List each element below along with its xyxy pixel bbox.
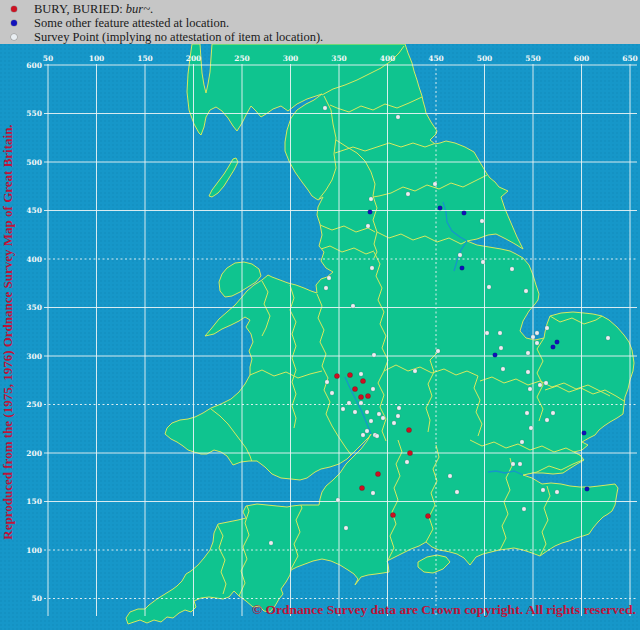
survey-map-figure: 5010015020025030035040045050055060065060…: [0, 0, 640, 630]
map-point-survey: [501, 367, 505, 371]
northing-label: 350: [26, 303, 42, 312]
map-point-other-feature: [368, 210, 373, 215]
map-point-survey: [535, 341, 539, 345]
map-point-bury: [360, 378, 365, 383]
easting-label: 650: [622, 54, 638, 63]
legend-item-other: Some other feature attested at location.: [0, 16, 229, 30]
map-point-survey: [269, 541, 273, 545]
map-point-survey: [531, 335, 535, 339]
map-point-survey: [365, 410, 369, 414]
map-point-survey: [359, 401, 363, 405]
map-point-other-feature: [585, 487, 590, 492]
map-point-survey: [361, 433, 365, 437]
easting-label: 450: [428, 54, 444, 63]
easting-label: 50: [43, 54, 53, 63]
northing-label: 150: [26, 497, 42, 506]
map-point-bury: [406, 427, 411, 432]
legend-item-survey: Survey Point (implying no attestation of…: [0, 30, 323, 44]
legend: BURY, BURIED: bur~. Some other feature a…: [0, 0, 640, 44]
map-point-survey: [520, 440, 524, 444]
map-point-survey: [397, 406, 401, 410]
map-point-other-feature: [438, 206, 443, 211]
northing-label: 550: [26, 109, 42, 118]
map-point-bury: [365, 393, 370, 398]
map-point-survey: [485, 331, 489, 335]
map-point-survey: [526, 370, 530, 374]
map-point-survey: [551, 411, 555, 415]
copyright-note: © Ordnance Survey data are Crown copyrig…: [252, 602, 636, 618]
map-point-survey: [538, 383, 542, 387]
northing-label: 400: [26, 255, 42, 264]
northing-label: 450: [26, 206, 42, 215]
map-point-survey: [375, 434, 379, 438]
northing-label: 600: [26, 61, 42, 70]
map-point-survey: [365, 429, 369, 433]
map-point-bury: [347, 372, 352, 377]
easting-label: 200: [186, 54, 202, 63]
map-point-survey: [351, 304, 355, 308]
easting-label: 400: [380, 54, 396, 63]
map-point-bury: [334, 373, 339, 378]
map-point-survey: [455, 490, 459, 494]
map-point-survey: [529, 426, 533, 430]
map-point-survey: [436, 349, 440, 353]
map-point-survey: [324, 286, 328, 290]
map-point-survey: [369, 197, 373, 201]
map-point-survey: [396, 115, 400, 119]
survey-point-dot-icon: [11, 34, 17, 40]
map-point-bury: [390, 512, 395, 517]
map-point-survey: [381, 416, 385, 420]
map-point-survey: [323, 106, 327, 110]
map-point-survey: [353, 410, 357, 414]
easting-label: 350: [331, 54, 347, 63]
northing-label: 500: [26, 158, 42, 167]
map-point-survey: [336, 498, 340, 502]
map-point-survey: [544, 381, 548, 385]
map-point-other-feature: [462, 211, 467, 216]
map-point-survey: [528, 387, 532, 391]
map-point-survey: [347, 401, 351, 405]
map-point-survey: [405, 460, 409, 464]
map-point-survey: [535, 331, 539, 335]
map-point-bury: [425, 513, 430, 518]
map-point-survey: [392, 421, 396, 425]
map-point-survey: [545, 326, 549, 330]
map-point-bury: [359, 485, 364, 490]
map-point-survey: [480, 219, 484, 223]
map-point-survey: [458, 253, 462, 257]
map-point-survey: [377, 412, 381, 416]
easting-label: 100: [89, 54, 105, 63]
map-point-bury: [375, 471, 380, 476]
bury-dot-icon: [11, 6, 17, 12]
northing-label: 300: [26, 352, 42, 361]
map-point-survey: [555, 490, 559, 494]
easting-label: 500: [477, 54, 493, 63]
map-point-other-feature: [493, 353, 498, 358]
map-point-survey: [396, 414, 400, 418]
map-point-survey: [525, 411, 529, 415]
legend-label-survey: Survey Point (implying no attestation of…: [34, 30, 323, 45]
map-point-survey: [433, 182, 437, 186]
map-point-survey: [487, 285, 491, 289]
map-point-survey: [499, 346, 503, 350]
easting-label: 300: [283, 54, 299, 63]
map-point-survey: [325, 380, 329, 384]
map-point-bury: [407, 450, 412, 455]
map-point-survey: [372, 353, 376, 357]
northing-label: 50: [32, 594, 42, 603]
legend-label-bury: BURY, BURIED: bur~.: [34, 2, 153, 17]
map-canvas: 5010015020025030035040045050055060065060…: [0, 0, 640, 630]
map-point-survey: [370, 266, 374, 270]
map-point-survey: [359, 372, 363, 376]
map-point-survey: [541, 488, 545, 492]
map-point-survey: [330, 391, 334, 395]
map-point-survey: [606, 336, 610, 340]
map-point-survey: [369, 419, 373, 423]
legend-label-other: Some other feature attested at location.: [34, 16, 229, 31]
map-point-survey: [366, 224, 370, 228]
legend-item-bury: BURY, BURIED: bur~.: [0, 2, 153, 16]
map-point-survey: [371, 387, 375, 391]
map-point-survey: [518, 462, 522, 466]
easting-label: 550: [525, 54, 541, 63]
map-point-survey: [522, 507, 526, 511]
